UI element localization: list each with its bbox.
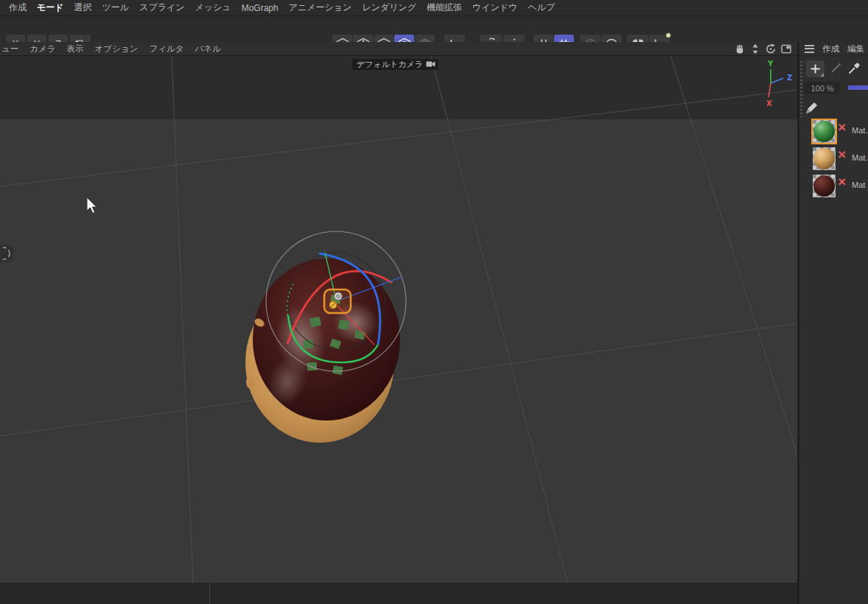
viewport-3d[interactable]: Y Z X デフォルトカメラ [0, 56, 797, 583]
rotate-tool-edge-icon[interactable] [0, 245, 13, 262]
material-preview-sphere [813, 121, 835, 142]
material-delete-icon[interactable]: × [838, 122, 850, 134]
vp-menu-camera[interactable]: カメラ [29, 43, 55, 55]
menu-item-tools[interactable]: ツール [102, 1, 130, 14]
material-preview-sphere [813, 148, 835, 169]
material-thumbnail-green[interactable] [813, 120, 836, 143]
material-manager-menu: 作成 編集 [799, 42, 868, 56]
mouse-cursor [87, 197, 97, 214]
material-label[interactable]: Mat [852, 180, 865, 189]
material-row: × Mat. [799, 120, 868, 144]
camera-label[interactable]: デフォルトカメラ [352, 59, 438, 70]
gizmo-center-badge[interactable] [335, 292, 342, 300]
axis-z-label: Z [787, 74, 792, 82]
material-thumbnail-brown[interactable] [813, 175, 836, 197]
material-label[interactable]: Mat. [852, 153, 867, 162]
menu-item-animation[interactable]: アニメーション [289, 1, 352, 14]
vp-menu-panel[interactable]: パネル [195, 43, 221, 55]
plus-icon [810, 63, 821, 74]
material-delete-icon[interactable]: × [838, 177, 850, 189]
rotate-view-icon[interactable] [764, 43, 777, 55]
menu-item-select[interactable]: 選択 [74, 1, 92, 14]
material-delete-icon[interactable]: × [838, 150, 850, 161]
axis-y-label: Y [767, 60, 774, 68]
vp-menu-filter[interactable]: フィルタ [149, 43, 183, 55]
material-label[interactable]: Mat. [852, 126, 867, 135]
camera-label-text: デフォルトカメラ [357, 59, 423, 70]
preview-zoom-field[interactable]: 100 % [804, 82, 841, 94]
dough-patch [246, 376, 255, 389]
vp-menu-display[interactable]: 表示 [67, 43, 84, 55]
add-material-dropdown-arrow[interactable] [820, 73, 824, 77]
edit-pencil-icon[interactable] [804, 99, 820, 116]
viewport-menu-bar: ュー カメラ 表示 オプション フィルタ パネル [0, 42, 797, 56]
main-toolbar: X Y Z [0, 16, 868, 42]
axis-indicator: Y Z X [766, 60, 792, 108]
menu-item-help[interactable]: ヘルプ [528, 1, 555, 14]
panel-tab-edit[interactable]: 編集 [847, 43, 864, 55]
material-row: × Mat [799, 175, 868, 199]
main-menu-bar: 作成 モード 選択 ツール スプライン メッシュ MoGraph アニメーション… [0, 0, 868, 16]
axis-x-label: X [766, 99, 772, 108]
notification-dot [665, 32, 671, 38]
eyedropper-icon[interactable] [847, 61, 861, 76]
dolly-zoom-icon[interactable] [749, 43, 762, 55]
vp-menu-view[interactable]: ュー [1, 43, 18, 55]
menu-item-rendering[interactable]: レンダリング [362, 1, 416, 14]
material-row: × Mat. [799, 147, 868, 172]
add-material-button[interactable] [806, 60, 825, 77]
camera-icon [426, 60, 435, 68]
vp-menu-options[interactable]: オプション [95, 43, 139, 55]
material-thumbnail-tan[interactable] [813, 147, 836, 170]
material-manager-panel: 作成 編集 100 % × Mat. × Mat. [799, 42, 868, 604]
menu-item-create[interactable]: 作成 [9, 1, 27, 14]
zoom-value: 100 % [811, 84, 833, 93]
menu-item-mode[interactable]: モード [37, 1, 64, 14]
viewport-canvas: Y Z X [0, 56, 797, 583]
menu-item-spline[interactable]: スプライン [139, 1, 184, 14]
zoom-accent-bar[interactable] [848, 85, 868, 90]
panel-grip-dots[interactable] [800, 61, 802, 117]
menu-item-mograph[interactable]: MoGraph [242, 3, 279, 13]
material-preview-sphere [813, 175, 835, 197]
maximize-view-icon[interactable] [780, 43, 793, 55]
grid-lines [0, 56, 797, 583]
menu-item-mesh[interactable]: メッシュ [195, 1, 231, 14]
pan-hand-icon[interactable] [733, 43, 746, 55]
panel-menu-icon[interactable] [805, 45, 814, 53]
menu-item-window[interactable]: ウインドウ [472, 1, 517, 14]
menu-item-extensions[interactable]: 機能拡張 [427, 1, 462, 14]
bottom-panel-divider [209, 583, 210, 604]
bottom-panel-strip [0, 583, 797, 604]
panel-tab-create[interactable]: 作成 [822, 43, 839, 55]
load-material-arrow-icon[interactable] [829, 62, 842, 75]
